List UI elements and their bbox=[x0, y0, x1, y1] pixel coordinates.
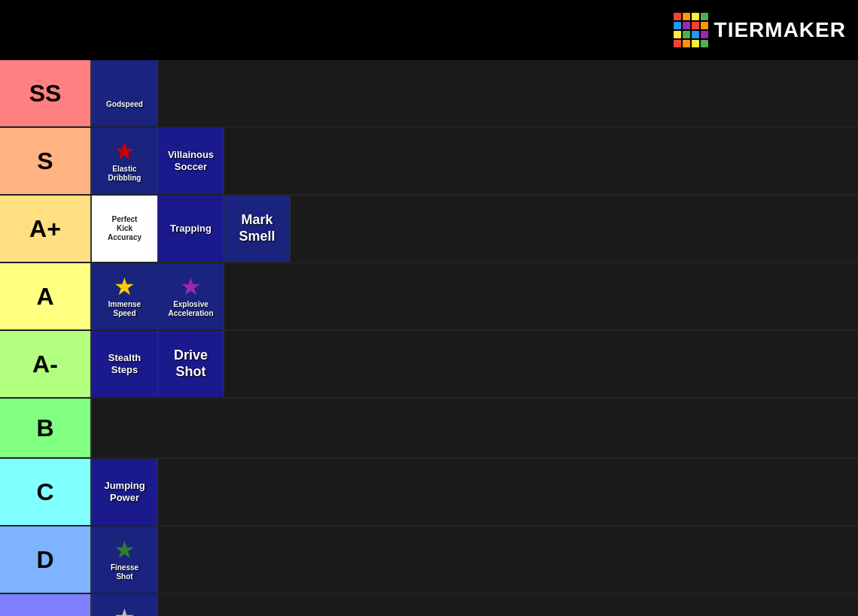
stealth-label: StealthSteps bbox=[107, 352, 142, 375]
tier-content-s: ★ ElasticDribbling VillainousSoccer bbox=[90, 128, 858, 194]
tier-row-aminus: A- StealthSteps DriveShot bbox=[0, 331, 858, 399]
direct-star-icon: ★ bbox=[114, 605, 135, 616]
explosive-label: ExplosiveAcceleration bbox=[166, 300, 214, 318]
item-godspeed[interactable]: ★ Godspeed bbox=[92, 60, 158, 126]
logo-grid bbox=[674, 13, 708, 47]
tier-content-c: JumpingPower bbox=[90, 459, 858, 525]
villainous-label: VillainousSoccer bbox=[166, 149, 215, 172]
item-villainous-soccer[interactable]: VillainousSoccer bbox=[158, 128, 224, 194]
tier-row-aplus: A+ PerfectKickAccuracy Trapping MarkSmel… bbox=[0, 196, 858, 263]
tier-list: SS ★ Godspeed S ★ ElasticDribbling Villa… bbox=[0, 60, 858, 616]
tier-label-ss: SS bbox=[0, 60, 90, 126]
tier-row-b: B bbox=[0, 399, 858, 459]
header: TiERMAKER bbox=[0, 0, 858, 60]
tier-label-aplus: A+ bbox=[0, 196, 90, 262]
tier-label-f: F bbox=[0, 594, 90, 616]
tier-content-b bbox=[90, 399, 858, 457]
explosive-star-icon: ★ bbox=[180, 275, 202, 299]
tier-row-d: D ★ FinesseShot bbox=[0, 526, 858, 594]
tier-label-aminus: A- bbox=[0, 331, 90, 397]
item-direct-shot[interactable]: ★ DirectShot bbox=[92, 594, 158, 616]
elastic-star-icon: ★ bbox=[114, 139, 135, 163]
tier-row-f: F ★ DirectShot bbox=[0, 594, 858, 616]
immense-star-icon: ★ bbox=[114, 275, 135, 299]
item-trapping[interactable]: Trapping bbox=[158, 196, 224, 262]
item-immense-speed[interactable]: ★ ImmenseSpeed bbox=[92, 263, 158, 329]
tier-label-c: C bbox=[0, 459, 90, 525]
logo-text: TiERMAKER bbox=[714, 18, 846, 42]
tier-label-a: A bbox=[0, 263, 90, 329]
item-jumping-power[interactable]: JumpingPower bbox=[92, 459, 158, 525]
drive-label: DriveShot bbox=[172, 347, 209, 380]
tier-content-a: ★ ImmenseSpeed ★ ExplosiveAcceleration bbox=[90, 263, 858, 329]
tier-row-a: A ★ ImmenseSpeed ★ ExplosiveAcceleration bbox=[0, 263, 858, 331]
godspeed-star-icon: ★ bbox=[115, 77, 134, 99]
item-drive-shot[interactable]: DriveShot bbox=[158, 331, 224, 397]
tier-row-c: C JumpingPower bbox=[0, 459, 858, 526]
tier-content-f: ★ DirectShot bbox=[90, 594, 858, 616]
item-finesse-shot[interactable]: ★ FinesseShot bbox=[92, 526, 158, 593]
jumping-label: JumpingPower bbox=[102, 480, 146, 503]
tier-label-d: D bbox=[0, 526, 90, 593]
finesse-star-icon: ★ bbox=[114, 538, 135, 562]
tier-content-d: ★ FinesseShot bbox=[90, 526, 858, 593]
tier-row-s: S ★ ElasticDribbling VillainousSoccer bbox=[0, 128, 858, 196]
tiermaker-logo: TiERMAKER bbox=[674, 13, 846, 47]
tier-label-s: S bbox=[0, 128, 90, 194]
trapping-label: Trapping bbox=[169, 223, 213, 235]
item-explosive-acceleration[interactable]: ★ ExplosiveAcceleration bbox=[158, 263, 224, 329]
item-elastic-dribbling[interactable]: ★ ElasticDribbling bbox=[92, 128, 158, 194]
tier-label-b: B bbox=[0, 399, 90, 457]
perfect-kick-label: PerfectKickAccuracy bbox=[106, 215, 143, 242]
tier-row-ss: SS ★ Godspeed bbox=[0, 60, 858, 128]
item-perfect-kick[interactable]: PerfectKickAccuracy bbox=[92, 196, 158, 262]
tier-content-aplus: PerfectKickAccuracy Trapping MarkSmell bbox=[90, 196, 858, 262]
tier-content-aminus: StealthSteps DriveShot bbox=[90, 331, 858, 397]
finesse-label: FinesseShot bbox=[109, 563, 140, 581]
elastic-label: ElasticDribbling bbox=[107, 165, 143, 183]
mark-label: MarkSmell bbox=[237, 212, 276, 244]
item-stealth-steps[interactable]: StealthSteps bbox=[92, 331, 158, 397]
immense-label: ImmenseSpeed bbox=[107, 300, 142, 318]
item-mark-smell[interactable]: MarkSmell bbox=[224, 196, 291, 262]
tier-content-ss: ★ Godspeed bbox=[90, 60, 858, 126]
godspeed-label: Godspeed bbox=[105, 100, 145, 109]
